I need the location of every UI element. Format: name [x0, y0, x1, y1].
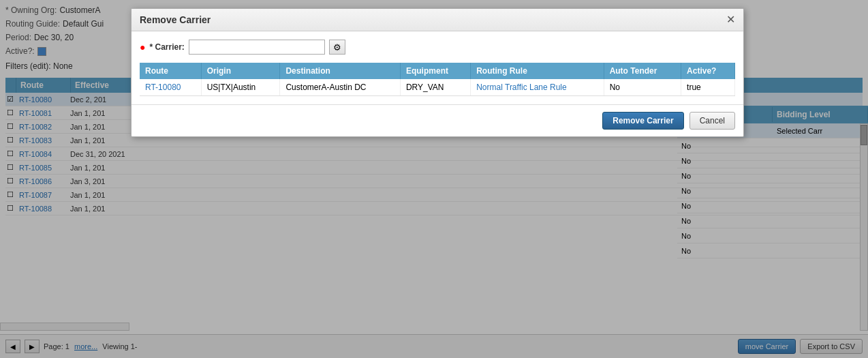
- carrier-input-row: ● * Carrier: ⚙: [140, 40, 735, 55]
- search-icon: ⚙: [333, 42, 341, 53]
- row-route: RT-10080: [140, 79, 201, 96]
- col-equipment: Equipment: [400, 63, 470, 79]
- remove-carrier-modal: Remove Carrier ✕ ● * Carrier: ⚙ Route Or…: [131, 8, 744, 137]
- row-equipment: DRY_VAN: [400, 79, 470, 96]
- routing-rule-link[interactable]: Normal Traffic Lane Rule: [476, 83, 567, 92]
- row-active: true: [681, 79, 735, 96]
- modal-table-body: RT-10080 US|TX|Austin CustomerA-Austin D…: [140, 79, 735, 96]
- modal-header-row: Route Origin Destination Equipment Routi…: [140, 63, 735, 79]
- col-auto-tender: Auto Tender: [604, 63, 681, 79]
- modal-title: Remove Carrier: [140, 14, 211, 25]
- row-routing-rule: Normal Traffic Lane Rule: [471, 79, 604, 96]
- row-origin: US|TX|Austin: [201, 79, 280, 96]
- remove-carrier-button[interactable]: Remove Carrier: [602, 112, 683, 130]
- cancel-button[interactable]: Cancel: [689, 112, 735, 130]
- modal-footer: Remove Carrier Cancel: [131, 104, 743, 136]
- modal-close-button[interactable]: ✕: [726, 14, 735, 25]
- modal-table: Route Origin Destination Equipment Routi…: [140, 63, 735, 96]
- carrier-input[interactable]: [189, 40, 325, 55]
- col-routing-rule: Routing Rule: [471, 63, 604, 79]
- col-route: Route: [140, 63, 201, 79]
- modal-body: ● * Carrier: ⚙ Route Origin Destination …: [131, 31, 743, 104]
- table-row: RT-10080 US|TX|Austin CustomerA-Austin D…: [140, 79, 735, 96]
- row-destination: CustomerA-Austin DC: [280, 79, 401, 96]
- carrier-search-button[interactable]: ⚙: [329, 40, 345, 55]
- row-auto-tender: No: [604, 79, 681, 96]
- col-destination: Destination: [280, 63, 401, 79]
- route-link[interactable]: RT-10080: [145, 83, 181, 92]
- modal-table-header: Route Origin Destination Equipment Routi…: [140, 63, 735, 79]
- col-active: Active?: [681, 63, 735, 79]
- col-origin: Origin: [201, 63, 280, 79]
- carrier-label: * Carrier:: [149, 42, 184, 52]
- required-icon: ●: [140, 42, 145, 53]
- modal-header: Remove Carrier ✕: [131, 9, 743, 31]
